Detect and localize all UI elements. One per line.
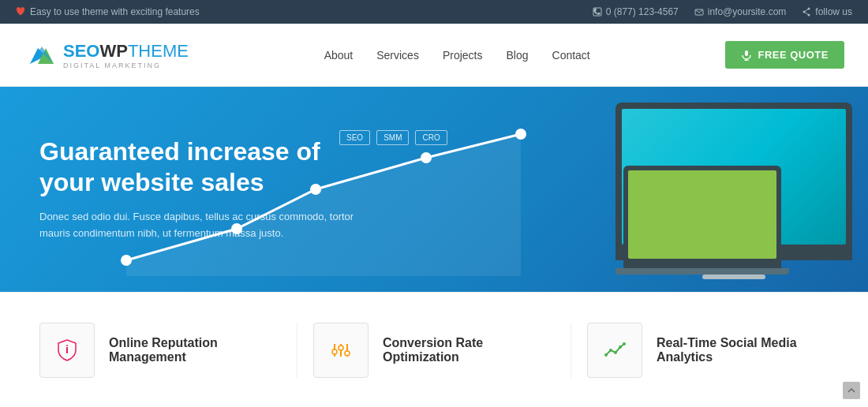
- header: SEOWPTHEME DIGITAL MARKETING About Servi…: [0, 24, 868, 87]
- top-bar-contacts: 0 (877) 123-4567 info@yoursite.com follo…: [593, 6, 852, 17]
- logo-seo: SEO: [63, 41, 99, 61]
- chart-svg: [79, 118, 537, 292]
- svg-point-19: [332, 349, 337, 354]
- service-icon-conversion: [313, 323, 369, 378]
- shield-icon: [54, 338, 80, 363]
- phone-icon: [593, 7, 602, 17]
- email-icon: [694, 7, 704, 17]
- svg-point-23: [609, 349, 612, 352]
- svg-point-25: [619, 345, 622, 349]
- phone-info: 0 (877) 123-4567: [593, 6, 679, 17]
- logo-tagline: DIGITAL MARKETING: [63, 62, 189, 69]
- laptop-base: [615, 268, 789, 274]
- service-text-reputation: Online Reputation Management: [109, 336, 281, 364]
- nav-about[interactable]: About: [324, 49, 354, 62]
- email-info: info@yoursite.com: [694, 6, 787, 17]
- svg-line-6: [804, 12, 809, 15]
- monitor-base: [702, 274, 765, 279]
- nav-projects[interactable]: Projects: [443, 49, 483, 62]
- svg-rect-10: [745, 50, 748, 56]
- svg-point-22: [604, 353, 608, 357]
- services-bar: Online Reputation Management Conversion …: [0, 292, 868, 407]
- mic-icon: [741, 50, 752, 61]
- top-bar: Easy to use theme with exciting features…: [0, 0, 868, 24]
- service-text-conversion: Conversion Rate Optimization: [383, 336, 555, 364]
- chart-line-icon: [602, 338, 627, 363]
- main-nav: About Services Projects Blog Contact: [324, 49, 590, 62]
- free-quote-button[interactable]: FREE QUOTE: [725, 41, 844, 69]
- logo-wp: WP: [99, 41, 127, 61]
- sliders-icon: [328, 338, 354, 363]
- svg-marker-13: [126, 134, 521, 276]
- nav-blog[interactable]: Blog: [506, 49, 528, 62]
- laptop-screen: [628, 170, 776, 259]
- hero-section: Guaranteed increase of your website sale…: [0, 87, 868, 292]
- service-item-reputation: Online Reputation Management: [24, 323, 297, 378]
- share-icon: [802, 7, 811, 17]
- service-icon-analytics: [587, 323, 642, 378]
- logo-text: SEOWPTHEME DIGITAL MARKETING: [63, 41, 189, 69]
- svg-point-20: [339, 345, 343, 350]
- logo-icon: [24, 39, 57, 72]
- top-bar-tagline: Easy to use theme with exciting features: [16, 6, 200, 17]
- service-item-analytics: Real-Time Social Media Analytics: [571, 323, 844, 378]
- scroll-up-button[interactable]: [843, 382, 860, 399]
- heart-icon: [16, 7, 25, 17]
- hero-illustration: [600, 103, 852, 276]
- nav-contact[interactable]: Contact: [552, 49, 590, 62]
- svg-point-24: [614, 351, 617, 354]
- nav-services[interactable]: Services: [376, 49, 419, 62]
- chevron-up-icon: [847, 386, 855, 394]
- svg-line-5: [804, 9, 809, 12]
- svg-point-21: [345, 351, 350, 356]
- logo: SEOWPTHEME DIGITAL MARKETING: [24, 39, 189, 72]
- service-item-conversion: Conversion Rate Optimization: [297, 323, 571, 378]
- logo-theme: THEME: [128, 41, 189, 61]
- follow-info: follow us: [802, 6, 852, 17]
- svg-point-26: [623, 342, 626, 345]
- svg-point-15: [66, 345, 68, 346]
- service-text-analytics: Real-Time Social Media Analytics: [657, 336, 829, 364]
- laptop: [623, 166, 781, 268]
- service-icon-reputation: [39, 323, 95, 378]
